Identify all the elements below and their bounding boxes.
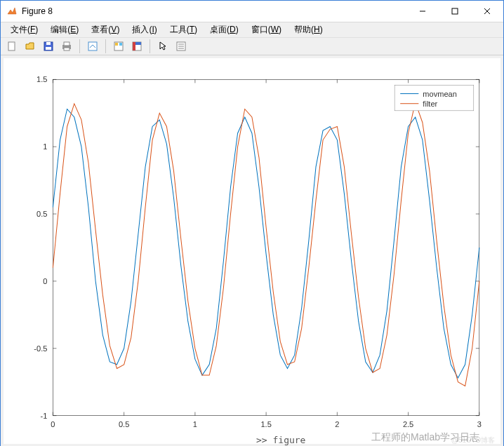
figure-window: Figure 8 文件(F) 编辑(E) 查看(V) 插入(I) 工具(T) 桌… (0, 0, 504, 446)
dock-button[interactable] (128, 38, 145, 55)
axes[interactable]: 00.511.522.53-1-0.500.511.5movmeanfilter… (4, 58, 500, 444)
new-figure-button[interactable] (4, 38, 20, 55)
menu-window[interactable]: 窗口(W) (246, 22, 287, 37)
palette-button[interactable] (110, 38, 127, 55)
menu-bar: 文件(F) 编辑(E) 查看(V) 插入(I) 工具(T) 桌面(D) 窗口(W… (1, 22, 503, 37)
pointer-button[interactable] (154, 38, 171, 55)
menu-edit[interactable]: 编辑(E) (45, 22, 84, 37)
matlab-icon (6, 6, 18, 17)
svg-text:filter: filter (423, 100, 437, 108)
svg-rect-22 (53, 79, 479, 415)
svg-text:1: 1 (43, 142, 47, 151)
svg-rect-11 (88, 42, 97, 50)
svg-rect-13 (115, 43, 118, 46)
menu-help[interactable]: 帮助(H) (289, 22, 329, 37)
svg-rect-14 (119, 43, 122, 46)
menu-view[interactable]: 查看(V) (86, 22, 125, 37)
plot-svg: 00.511.522.53-1-0.500.511.5movmeanfilter (4, 58, 500, 444)
svg-text:1: 1 (193, 420, 197, 428)
menu-tools[interactable]: 工具(T) (164, 22, 203, 37)
svg-text:0.5: 0.5 (119, 420, 129, 428)
svg-rect-1 (452, 8, 458, 14)
svg-text:3: 3 (477, 420, 482, 428)
menu-desktop[interactable]: 桌面(D) (204, 22, 244, 37)
svg-text:-0.5: -0.5 (34, 344, 47, 353)
window-title: Figure 8 (22, 6, 53, 16)
toolbar (1, 37, 503, 55)
svg-rect-7 (46, 42, 51, 45)
svg-text:0: 0 (51, 420, 55, 428)
svg-text:movmean: movmean (423, 90, 457, 98)
minimize-button[interactable] (406, 1, 439, 22)
menu-file[interactable]: 文件(F) (5, 22, 44, 37)
svg-rect-9 (64, 42, 69, 46)
svg-rect-6 (46, 47, 51, 50)
figure-area: 00.511.522.53-1-0.500.511.5movmeanfilter… (1, 55, 503, 446)
open-button[interactable] (22, 38, 39, 55)
svg-text:1.5: 1.5 (260, 420, 271, 428)
link-button[interactable] (84, 38, 101, 55)
menu-insert[interactable]: 插入(I) (126, 22, 162, 37)
save-button[interactable] (40, 38, 57, 55)
svg-rect-16 (133, 42, 135, 50)
inspector-button[interactable] (173, 38, 190, 55)
close-button[interactable] (471, 1, 503, 22)
svg-text:2.5: 2.5 (403, 420, 413, 428)
svg-text:-1: -1 (41, 412, 48, 420)
title-bar: Figure 8 (1, 1, 503, 22)
toolbar-separator (150, 39, 150, 53)
svg-text:0.5: 0.5 (37, 210, 47, 218)
svg-rect-10 (64, 48, 69, 50)
print-button[interactable] (58, 38, 75, 55)
toolbar-separator (79, 39, 80, 53)
maximize-button[interactable] (439, 1, 471, 22)
svg-text:2: 2 (335, 420, 339, 428)
svg-text:0: 0 (43, 277, 47, 285)
svg-rect-17 (135, 42, 141, 45)
toolbar-separator (105, 39, 106, 53)
svg-text:1.5: 1.5 (37, 75, 47, 83)
